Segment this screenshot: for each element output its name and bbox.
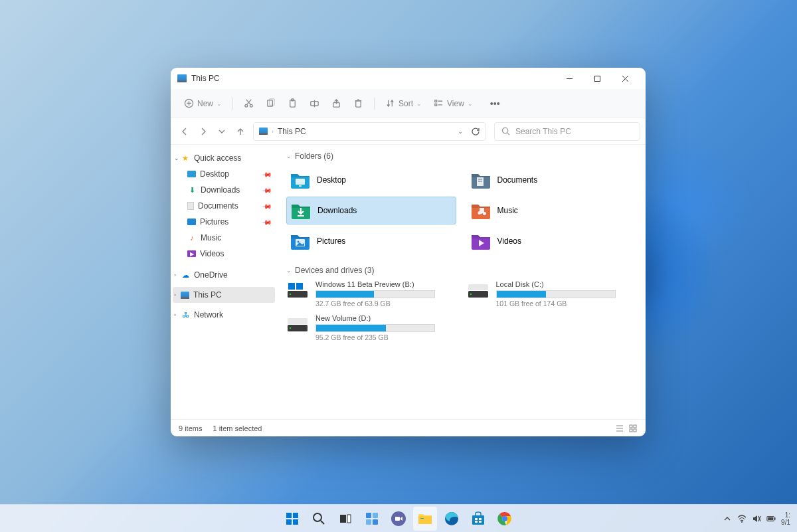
- folder-icon: [471, 232, 491, 250]
- status-selection: 1 item selected: [213, 424, 262, 432]
- drive-free-text: 95.2 GB free of 235 GB: [315, 333, 456, 341]
- sidebar-network[interactable]: ›🖧Network: [173, 307, 275, 323]
- sidebar-item-pictures[interactable]: Pictures📌: [173, 214, 275, 230]
- svg-rect-58: [293, 519, 298, 525]
- sidebar-item-documents[interactable]: Documents📌: [173, 198, 275, 214]
- svg-rect-67: [395, 517, 400, 521]
- drive-usage-bar: [496, 290, 616, 298]
- svg-point-8: [250, 104, 252, 107]
- sidebar-onedrive[interactable]: ›☁OneDrive: [173, 267, 275, 283]
- sidebar-item-desktop[interactable]: Desktop📌: [173, 166, 275, 182]
- address-bar[interactable]: › This PC ⌄: [253, 122, 486, 141]
- navigation-bar: › This PC ⌄ Search This PC: [171, 118, 646, 145]
- chevron-right-icon[interactable]: ›: [174, 292, 176, 298]
- search-input[interactable]: Search This PC: [494, 122, 640, 141]
- refresh-button[interactable]: [471, 127, 480, 136]
- sidebar-this-pc[interactable]: ›This PC: [173, 287, 275, 303]
- rename-button[interactable]: [304, 94, 325, 114]
- copy-button[interactable]: [260, 94, 281, 114]
- volume-icon[interactable]: [752, 514, 761, 523]
- network-icon: 🖧: [181, 310, 190, 319]
- chevron-right-icon[interactable]: ›: [174, 311, 176, 318]
- view-button[interactable]: View ⌄: [428, 94, 478, 114]
- sidebar-quick-access[interactable]: ⌄ ★ Quick access: [173, 150, 275, 166]
- folder-downloads[interactable]: Downloads: [286, 197, 456, 224]
- start-button[interactable]: [280, 507, 304, 531]
- edge-button[interactable]: [440, 507, 464, 531]
- up-button[interactable]: [236, 127, 245, 136]
- sidebar-item-label: Desktop: [200, 169, 229, 179]
- more-button[interactable]: •••: [485, 94, 505, 114]
- maximize-button[interactable]: [583, 68, 611, 89]
- sort-button[interactable]: Sort ⌄: [380, 94, 427, 114]
- recent-dropdown[interactable]: [217, 127, 226, 136]
- cut-button[interactable]: [238, 94, 259, 114]
- folder-icon: [290, 171, 310, 189]
- drives-section-header[interactable]: ⌄Devices and drives (3): [286, 266, 636, 275]
- sidebar-item-label: Videos: [200, 249, 224, 258]
- svg-rect-18: [356, 101, 361, 107]
- chevron-down-icon[interactable]: ⌄: [458, 128, 463, 135]
- folder-label: Pictures: [317, 236, 345, 246]
- sidebar-item-label: Documents: [198, 201, 238, 211]
- drive-item[interactable]: Local Disk (C:)101 GB free of 174 GB: [467, 280, 637, 308]
- system-tray[interactable]: 1: 9/1: [716, 511, 797, 526]
- wifi-icon[interactable]: [737, 514, 747, 523]
- sidebar-item-label: Music: [201, 233, 221, 242]
- new-button[interactable]: New ⌄: [179, 94, 227, 114]
- folder-icon: [291, 202, 311, 219]
- tray-chevron-icon[interactable]: [723, 514, 732, 523]
- status-bar: 9 items 1 item selected: [171, 419, 646, 436]
- drive-item[interactable]: Windows 11 Beta Preview (B:)32.7 GB free…: [286, 280, 456, 308]
- pin-icon: 📌: [262, 185, 272, 195]
- title-bar[interactable]: This PC: [171, 68, 646, 89]
- store-button[interactable]: [466, 507, 490, 531]
- folders-section-header[interactable]: ⌄Folders (6): [286, 151, 636, 161]
- drive-item[interactable]: New Volume (D:)95.2 GB free of 235 GB: [286, 314, 456, 341]
- svg-rect-64: [373, 513, 378, 518]
- chrome-button[interactable]: [493, 507, 517, 531]
- search-button[interactable]: [307, 507, 331, 531]
- delete-button[interactable]: [348, 94, 369, 114]
- close-button[interactable]: [611, 68, 639, 89]
- folder-label: Downloads: [317, 206, 357, 215]
- sort-label: Sort: [398, 99, 413, 108]
- drive-label: New Volume (D:): [315, 314, 456, 322]
- teams-button[interactable]: [387, 507, 410, 531]
- folder-label: Desktop: [317, 175, 346, 185]
- minimize-button[interactable]: [555, 68, 583, 89]
- pin-icon: 📌: [262, 217, 272, 227]
- drive-label: Windows 11 Beta Preview (B:): [315, 280, 456, 288]
- widgets-button[interactable]: [360, 507, 384, 531]
- back-button[interactable]: [180, 127, 189, 136]
- sidebar-item-downloads[interactable]: ⬇Downloads📌: [173, 182, 275, 198]
- svg-rect-51: [630, 425, 632, 428]
- sidebar-item-music[interactable]: ♪Music: [173, 230, 275, 246]
- details-view-icon[interactable]: [615, 424, 624, 433]
- svg-rect-55: [286, 513, 292, 518]
- chevron-down-icon[interactable]: ⌄: [174, 155, 179, 161]
- folder-music[interactable]: Music: [467, 197, 637, 224]
- forward-button[interactable]: [199, 127, 208, 136]
- drive-icon: [467, 282, 489, 299]
- drive-icon: [286, 315, 309, 333]
- folder-pictures[interactable]: Pictures: [286, 227, 456, 255]
- sidebar-item-label: Downloads: [201, 185, 240, 195]
- sidebar-item-videos[interactable]: ▶Videos: [173, 246, 275, 262]
- thumbnails-view-icon[interactable]: [628, 424, 638, 433]
- svg-rect-85: [768, 517, 773, 519]
- taskbar[interactable]: 1: 9/1: [0, 504, 797, 532]
- folder-documents[interactable]: Documents: [467, 166, 637, 194]
- chevron-right-icon[interactable]: ›: [174, 272, 176, 278]
- desktop-icon: [187, 171, 196, 177]
- svg-point-80: [741, 521, 743, 523]
- svg-rect-62: [347, 515, 351, 523]
- folder-videos[interactable]: Videos: [467, 227, 637, 255]
- paste-button[interactable]: [282, 94, 303, 114]
- battery-icon[interactable]: [766, 514, 776, 523]
- sidebar-label: OneDrive: [194, 270, 228, 280]
- share-button[interactable]: [326, 94, 347, 114]
- task-view-button[interactable]: [333, 507, 357, 531]
- folder-desktop[interactable]: Desktop: [286, 166, 456, 194]
- file-explorer-button[interactable]: [413, 507, 437, 531]
